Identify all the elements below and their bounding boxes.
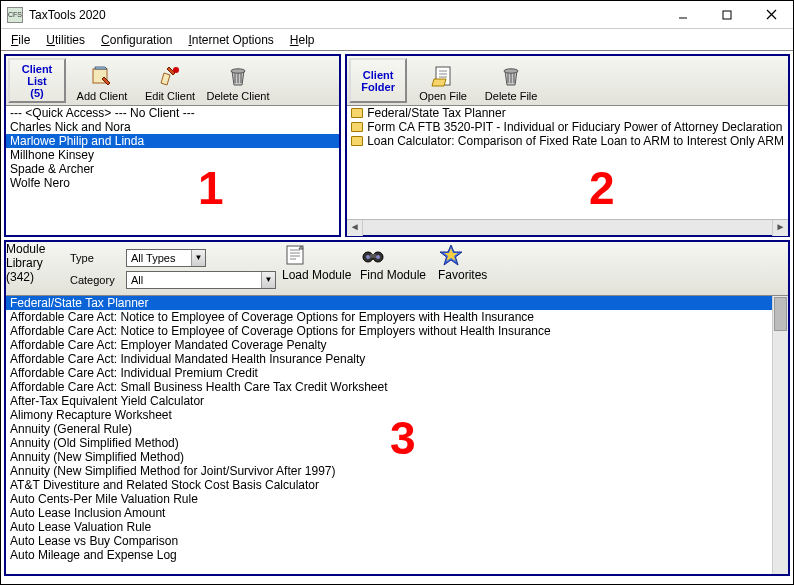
client-row[interactable]: Spade & Archer [6,162,339,176]
module-row[interactable]: Auto Lease Valuation Rule [6,520,788,534]
trash-icon [225,63,251,89]
svg-point-27 [376,255,380,259]
module-row[interactable]: Affordable Care Act: Small Business Heal… [6,380,788,394]
module-row[interactable]: After-Tax Equivalent Yield Calculator [6,394,788,408]
module-library-pane: Module Library (342) Type All Types ▼ Ca… [4,240,790,576]
folder-row-label: Federal/State Tax Planner [367,106,506,120]
svg-rect-25 [370,254,376,258]
client-folder-label-l1: Client [363,69,394,81]
delete-client-button[interactable]: Delete Client [204,56,272,105]
folder-icon [351,136,363,146]
client-list-label-l2: List [27,75,47,87]
client-list-label-l1: Client [22,63,53,75]
client-list[interactable]: --- <Quick Access> --- No Client ---Char… [6,106,339,235]
load-module-button[interactable]: Load Module [282,242,360,295]
open-file-icon [430,63,456,89]
client-folder-pane: Client Folder Open File Delete File [345,54,790,237]
client-folder-label-l2: Folder [361,81,395,93]
client-list-toolbar: Client List (5) Add Client Edit Client [6,56,339,106]
type-label: Type [70,252,120,264]
module-library-label-l2: Library [6,256,43,270]
client-row[interactable]: Marlowe Philip and Linda [6,134,339,148]
module-row[interactable]: Auto Cents-Per Mile Valuation Rule [6,492,788,506]
module-row[interactable]: Affordable Care Act: Notice to Employee … [6,324,788,338]
client-folder-list[interactable]: Federal/State Tax PlannerForm CA FTB 352… [347,106,788,219]
module-row[interactable]: AT&T Divestiture and Related Stock Cost … [6,478,788,492]
scrollbar-thumb[interactable] [774,297,787,331]
folder-icon [351,122,363,132]
category-combo[interactable]: All ▼ [126,271,276,289]
folder-row-label: Loan Calculator: Comparison of Fixed Rat… [367,134,784,148]
client-list-count: (5) [30,87,43,99]
menu-help[interactable]: Help [284,31,321,49]
module-row[interactable]: Affordable Care Act: Notice to Employee … [6,310,788,324]
client-row[interactable]: Charles Nick and Nora [6,120,339,134]
trash-icon [498,63,524,89]
star-icon [438,242,464,268]
find-module-button[interactable]: Find Module [360,242,438,295]
menubar: File Utilities Configuration Internet Op… [1,29,793,51]
scroll-left-arrow[interactable]: ◄ [347,220,363,236]
module-library-toolbar: Module Library (342) Type All Types ▼ Ca… [6,242,788,296]
module-row[interactable]: Annuity (General Rule) [6,422,788,436]
folder-row[interactable]: Loan Calculator: Comparison of Fixed Rat… [347,134,788,148]
module-row[interactable]: Auto Lease vs Buy Comparison [6,534,788,548]
binoculars-icon [360,242,386,268]
svg-point-5 [173,67,179,73]
module-row[interactable]: Auto Mileage and Expense Log [6,548,788,562]
add-client-icon [89,63,115,89]
titlebar: CFS TaxTools 2020 [1,1,793,29]
module-library-label: Module Library (342) [6,242,64,295]
module-row[interactable]: Auto Lease Inclusion Amount [6,506,788,520]
module-library-label-l1: Module [6,242,45,256]
module-row[interactable]: Federal/State Tax Planner [6,296,788,310]
svg-point-26 [366,255,370,259]
menu-internet-options[interactable]: Internet Options [182,31,279,49]
svg-point-14 [504,69,518,73]
module-row[interactable]: Annuity (New Simplified Method for Joint… [6,464,788,478]
maximize-button[interactable] [705,1,749,29]
module-library-count: (342) [6,270,34,284]
client-folder-label: Client Folder [349,58,407,103]
folder-row[interactable]: Federal/State Tax Planner [347,106,788,120]
menu-file[interactable]: File [5,31,36,49]
app-icon: CFS [7,7,23,23]
client-folder-toolbar: Client Folder Open File Delete File [347,56,788,106]
type-combo[interactable]: All Types ▼ [126,249,206,267]
folder-icon [351,108,363,118]
edit-client-button[interactable]: Edit Client [136,56,204,105]
menu-utilities[interactable]: Utilities [40,31,91,49]
load-module-icon [282,242,308,268]
svg-rect-1 [723,11,731,19]
module-row[interactable]: Annuity (Old Simplified Method) [6,436,788,450]
close-button[interactable] [749,1,793,29]
module-row[interactable]: Annuity (New Simplified Method) [6,450,788,464]
minimize-button[interactable] [661,1,705,29]
client-row[interactable]: --- <Quick Access> --- No Client --- [6,106,339,120]
module-row[interactable]: Affordable Care Act: Individual Premium … [6,366,788,380]
chevron-down-icon: ▼ [261,272,275,288]
folder-row[interactable]: Form CA FTB 3520-PIT - Individual or Fid… [347,120,788,134]
edit-client-icon [157,63,183,89]
module-filters: Type All Types ▼ Category All ▼ [64,242,282,295]
folder-horizontal-scrollbar[interactable]: ◄ ► [347,219,788,235]
client-list-pane: Client List (5) Add Client Edit Client [4,54,341,237]
svg-point-6 [231,69,245,73]
client-list-label: Client List (5) [8,58,66,103]
category-label: Category [70,274,120,286]
module-list[interactable]: Federal/State Tax PlannerAffordable Care… [6,296,788,574]
delete-file-button[interactable]: Delete File [477,56,545,105]
client-row[interactable]: Millhone Kinsey [6,148,339,162]
menu-configuration[interactable]: Configuration [95,31,178,49]
module-vertical-scrollbar[interactable] [772,296,788,574]
chevron-down-icon: ▼ [191,250,205,266]
module-row[interactable]: Alimony Recapture Worksheet [6,408,788,422]
module-row[interactable]: Affordable Care Act: Individual Mandated… [6,352,788,366]
favorites-button[interactable]: Favorites [438,242,506,295]
open-file-button[interactable]: Open File [409,56,477,105]
add-client-button[interactable]: Add Client [68,56,136,105]
client-row[interactable]: Wolfe Nero [6,176,339,190]
folder-row-label: Form CA FTB 3520-PIT - Individual or Fid… [367,120,782,134]
scroll-right-arrow[interactable]: ► [772,220,788,236]
module-row[interactable]: Affordable Care Act: Employer Mandated C… [6,338,788,352]
